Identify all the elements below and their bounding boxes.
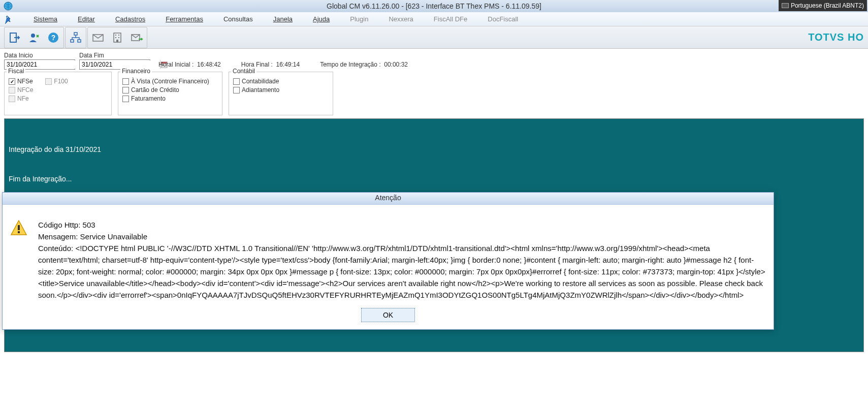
adiantamento-checkbox[interactable] <box>233 87 240 93</box>
svg-rect-13 <box>118 37 119 38</box>
faturamento-checkbox[interactable] <box>122 96 129 102</box>
toolbar-org-button[interactable] <box>67 28 85 47</box>
title-bar: Global CM v6.11.26.00 - [623 - Interface… <box>0 0 868 12</box>
menu-bar: Sistema Editar Cadastros Ferramentas Con… <box>0 12 868 26</box>
toolbar-exit-button[interactable] <box>6 28 24 47</box>
toolbar-envelope-send-button[interactable] <box>127 28 146 47</box>
window-title: Global CM v6.11.26.00 - [623 - Interface… <box>327 2 541 10</box>
ok-button[interactable]: OK <box>361 308 415 322</box>
nfse-checkbox[interactable]: ✓ <box>9 78 15 85</box>
svg-point-2 <box>31 34 35 38</box>
tempo-integracao: Tempo de Integração : 00:00:32 <box>320 61 408 68</box>
hora-inicial: Horal Inicial : 16:48:42 <box>158 61 221 68</box>
log-line: Fim da Integração... <box>9 175 859 183</box>
svg-rect-25 <box>18 231 20 233</box>
svg-rect-14 <box>116 40 118 42</box>
menu-sistema[interactable]: Sistema <box>34 15 57 23</box>
alert-modal: Atenção Código Http: 503 Mensagem: Servi… <box>2 192 774 330</box>
svg-rect-7 <box>78 40 81 42</box>
svg-rect-10 <box>115 35 116 36</box>
toolbar-help-button[interactable]: ? <box>44 28 62 47</box>
log-line: Integração do dia 31/10/2021 <box>9 145 859 153</box>
menu-editar[interactable]: Editar <box>78 15 95 23</box>
menu-plugin[interactable]: Plugin <box>350 15 368 23</box>
fiscal-group: Fiscal ✓NFSe NFCe NFe F100 <box>4 72 112 115</box>
form-area: Data Inicio Data Fim Horal Inicial : 16:… <box>0 49 868 116</box>
financeiro-group: Financeiro À Vista (Controle Financeiro)… <box>118 72 222 115</box>
contabilidade-checkbox[interactable] <box>233 78 240 85</box>
menu-janela[interactable]: Janela <box>273 15 293 23</box>
menu-fiscall-dfe[interactable]: FiscAll DFe <box>434 15 467 23</box>
brand-label: TOTVS HO <box>808 32 864 43</box>
menu-ferramentas[interactable]: Ferramentas <box>166 15 203 23</box>
modal-title: Atenção <box>3 193 774 205</box>
toolbar-envelope-button[interactable] <box>89 28 107 47</box>
toolbar: ? TOTVS HO <box>0 26 868 49</box>
cartao-checkbox[interactable] <box>122 87 129 93</box>
menu-docfiscall[interactable]: DocFiscall <box>488 15 518 23</box>
menu-consultas[interactable]: Consultas <box>223 15 253 23</box>
toolbar-user-button[interactable] <box>25 28 43 47</box>
svg-rect-12 <box>115 37 116 38</box>
keyboard-icon <box>782 3 789 8</box>
data-fim-label: Data Fim <box>79 52 150 59</box>
toolbar-building-button[interactable] <box>108 28 126 47</box>
modal-message: Código Http: 503 Mensagem: Service Unava… <box>38 219 766 301</box>
svg-rect-11 <box>118 35 119 36</box>
nfe-checkbox <box>9 96 15 102</box>
hora-final: Hora Final : 16:49:14 <box>241 61 300 68</box>
pin-icon[interactable] <box>4 15 13 24</box>
svg-text:?: ? <box>51 34 56 42</box>
menu-cadastros[interactable]: Cadastros <box>115 15 145 23</box>
warning-icon <box>10 219 28 237</box>
menu-ajuda[interactable]: Ajuda <box>313 15 330 23</box>
f100-checkbox <box>45 78 52 85</box>
language-indicator[interactable]: Portuguese (Brazil ABNT2) <box>779 0 867 11</box>
svg-rect-24 <box>18 225 20 230</box>
data-inicio-label: Data Inicio <box>4 52 75 59</box>
avista-checkbox[interactable] <box>122 78 129 85</box>
svg-rect-6 <box>71 40 74 42</box>
contabil-group: Contábil Contabilidade Adiantamento <box>229 72 333 115</box>
nfce-checkbox <box>9 87 15 93</box>
svg-rect-5 <box>74 33 77 35</box>
menu-nexxera[interactable]: Nexxera <box>389 15 413 23</box>
globe-icon <box>3 1 13 11</box>
